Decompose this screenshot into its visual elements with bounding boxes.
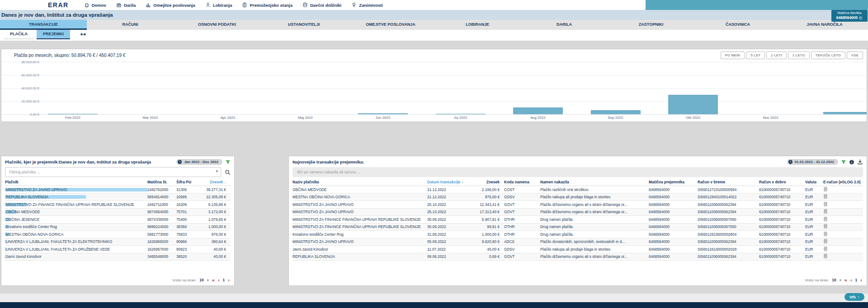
table-row[interactable]: Kreativno središče Center Rog88892240003… <box>5 224 231 231</box>
invoice-icon[interactable] <box>823 232 828 236</box>
first-page-button[interactable]: « <box>212 278 215 282</box>
invoice-icon[interactable] <box>823 224 828 229</box>
table-row[interactable]: MINISTRSTVO ZA JAVNO UPRAVO25.10.202212.… <box>292 201 863 209</box>
table-row[interactable]: REPUBLIKA SLOVENIJA09.06.20220,69 €GOVTP… <box>292 253 863 261</box>
invoice-icon[interactable] <box>823 217 828 221</box>
rows-per-page-value[interactable]: 10 <box>199 278 203 282</box>
nav-item-darila[interactable]: Darila <box>116 2 136 8</box>
range-button-po-meri[interactable]: PO MERI <box>721 51 745 59</box>
invoice-icon[interactable] <box>823 254 828 258</box>
range-button-tekoče-leto[interactable]: TEKOČE LETO <box>811 51 846 59</box>
chart-bar[interactable] <box>436 114 486 114</box>
invoice-icon[interactable] <box>823 187 828 191</box>
range-button-1-leto[interactable]: 1 LETO <box>788 51 810 59</box>
table-row[interactable]: MINISTRSTVO ZA FINANCE FINANČNA UPRAVA R… <box>292 216 863 224</box>
chart-bar[interactable] <box>823 112 867 114</box>
erar-logo[interactable]: ERAR <box>48 1 69 9</box>
column-header-namen-nakazila[interactable]: Namen nakazila <box>540 180 649 184</box>
invoice-icon[interactable] <box>823 247 828 251</box>
subtab-prejemki[interactable]: PREJEMKI <box>37 30 70 39</box>
download-icon[interactable] <box>857 159 863 165</box>
table-row[interactable]: OBČINA MEDVODE21.12.20222.196,00 €COSTPl… <box>292 186 863 194</box>
table-row[interactable]: OBČINA JESENICE5874335000754001.076,65 € <box>5 216 231 224</box>
nav-item-premoženjsko-stanja[interactable]: Premoženjsko stanja <box>242 2 292 8</box>
payer-filter-input[interactable] <box>5 167 221 177</box>
invoice-icon[interactable] <box>823 209 828 214</box>
next-page-button[interactable]: › <box>228 278 230 282</box>
table-row[interactable]: MINISTRSTVO ZA JAVNO UPRAVO25.10.202217.… <box>292 209 863 216</box>
previous-page-button[interactable]: ‹ <box>218 278 220 282</box>
subtab-plačila[interactable]: PLAČILA <box>4 30 34 39</box>
column-header-znesek[interactable]: Znesek ↓ <box>197 180 231 184</box>
chart-bar[interactable] <box>48 114 98 114</box>
range-button-vse[interactable]: VSE <box>847 51 863 59</box>
chart-bar[interactable] <box>668 95 718 114</box>
info-icon[interactable] <box>849 159 854 165</box>
column-header-koda-namena[interactable]: Koda namena <box>504 180 540 184</box>
tab-ustanovitelji[interactable]: USTANOVITELJI <box>260 20 347 30</box>
chevron-down-icon[interactable]: ▾ <box>216 169 218 173</box>
table-row[interactable]: MESTNA OBČINA NOVA GORICA588177300075833… <box>5 231 231 238</box>
range-button-5-let[interactable]: 5 LET <box>746 51 765 59</box>
tab-transakcije[interactable]: TRANSAKCIJE <box>0 20 87 30</box>
column-header-plačnik[interactable]: Plačnik <box>5 180 147 184</box>
table-row[interactable]: MINISTRSTVO ZA FINANCE FINANČNA UPRAVA R… <box>5 201 231 209</box>
chart-bar[interactable] <box>513 107 563 114</box>
rows-per-page-value[interactable]: 10 <box>832 278 836 282</box>
first-page-button[interactable]: « <box>844 278 847 282</box>
next-page-button[interactable]: › <box>860 278 862 282</box>
table-row[interactable]: Kreativno središče Center Rog31.08.20221… <box>292 231 863 238</box>
tab-zastopniki[interactable]: ZASTOPNIKI <box>608 20 694 30</box>
chevron-down-icon[interactable]: ▾ <box>207 278 209 282</box>
column-header-e-račun-eslog-2-0[interactable]: E-račun (eSLOG 2.0) <box>823 180 863 184</box>
chart-bar[interactable] <box>358 113 408 114</box>
column-header-naziv-plačnika[interactable]: Naziv plačnika <box>292 180 427 184</box>
range-button-2-leti[interactable]: 2 LETI <box>766 51 786 59</box>
column-header-znesek[interactable]: Znesek <box>469 180 504 184</box>
nav-item-zanimivosti[interactable]: Zanimivosti <box>351 2 383 8</box>
search-icon[interactable] <box>225 169 231 175</box>
chart-bar[interactable] <box>591 110 641 114</box>
table-row[interactable]: Javni zavod Kinodvor34655480003852040,00… <box>5 253 231 261</box>
column-header-račun-v-breme[interactable]: Račun v breme <box>698 180 759 184</box>
invoice-icon[interactable] <box>823 202 828 206</box>
back-to-top-button[interactable]: Vrh ↑ <box>844 293 864 301</box>
nav-item-omejitve-poslovanja[interactable]: Omejitve poslovanja <box>146 2 195 8</box>
column-header-matična-prejemnika[interactable]: Matična prejemnika <box>649 180 698 184</box>
table-row[interactable]: MINISTRSTVO ZA JAVNO UPRAVO05.08.20229.6… <box>292 238 863 246</box>
tab-lobiranje[interactable]: LOBIRANJE <box>434 20 521 30</box>
tab-časovnica[interactable]: ČASOVNICA <box>694 20 781 30</box>
previous-page-button[interactable]: ‹ <box>850 278 852 282</box>
table-row[interactable]: UNIVERZA V LJUBLJANI, FAKULTETA ZA DRUŽB… <box>5 246 231 253</box>
column-header-račun-v-dobro[interactable]: Račun v dobro <box>759 180 805 184</box>
filter-funnel-icon[interactable] <box>841 159 846 165</box>
nav-item-davčni-dolžniki[interactable]: Davčni dolžniki <box>302 2 341 8</box>
column-header-datum-transakcije[interactable]: Datum transakcije ↓ <box>427 180 469 184</box>
table-row[interactable]: REPUBLIKA SLOVENIJA58548140001099522.305… <box>5 194 231 201</box>
table-row[interactable]: UNIVERZA V LJUBLJANI, FAKULTETA ZA ELEKT… <box>5 238 231 246</box>
table-row[interactable]: MINISTRSTVO ZA FINANCE FINANČNA UPRAVA R… <box>292 224 863 231</box>
chevron-down-icon[interactable]: ▾ <box>840 278 841 282</box>
swap-arrows-icon[interactable] <box>80 31 86 37</box>
invoice-icon[interactable] <box>823 239 828 243</box>
tab-osnovni-podatki[interactable]: OSNOVNI PODATKI <box>174 20 260 30</box>
column-header-matična-št[interactable]: Matična št. <box>147 180 176 184</box>
nav-item-lobiranja[interactable]: Lobiranja <box>205 2 232 8</box>
copy-icon[interactable] <box>859 16 863 20</box>
nav-item-domov[interactable]: Domov <box>84 2 106 8</box>
table-row[interactable]: MINISTRSTVO ZA JAVNO UPRAVO2482762000313… <box>5 186 231 194</box>
column-header-šifra-pu[interactable]: Šifra PU <box>176 180 197 184</box>
tab-darila[interactable]: DARILA <box>521 20 608 30</box>
tab-omejitve-poslovanja[interactable]: OMEJITVE POSLOVANJA <box>347 20 434 30</box>
filter-funnel-icon[interactable] <box>225 159 231 165</box>
table-row[interactable]: MESTNA OBČINA NOVA GORICA21.12.2022976,0… <box>292 194 863 201</box>
invoice-icon[interactable] <box>823 194 828 199</box>
table-row[interactable]: Javni zavod Kinodvor11.07.202240,00 €GDS… <box>292 246 863 253</box>
registration-number-badge[interactable]: Matična številka 6468594000 <box>831 10 868 22</box>
tab-računi[interactable]: RAČUNI <box>87 20 174 30</box>
payers-date-range-badge[interactable]: Jan 2022 - Dec 2022 <box>176 159 222 165</box>
transactions-date-range-badge[interactable]: 01.01.2022 - 31.12.2022 <box>787 159 838 165</box>
transaction-search-input[interactable] <box>292 167 863 177</box>
table-row[interactable]: OBČINA MEDVODE5874564000757013.172,00 € <box>5 209 231 216</box>
column-header-valuta[interactable]: Valuta <box>805 180 823 184</box>
